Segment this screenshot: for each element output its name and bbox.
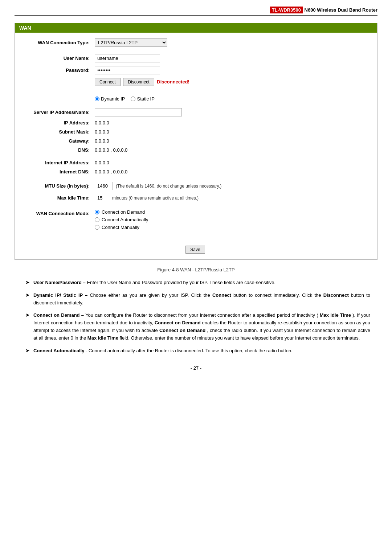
bullet-2-text-1: Choose either as you are given by your I… (90, 292, 212, 298)
page-number: - 27 - (15, 365, 377, 371)
connect-automatically-option[interactable]: Connect Automatically (95, 217, 370, 222)
wan-panel-header: WAN (15, 23, 377, 33)
connection-status: Disconnected! (157, 79, 189, 85)
model-badge: TL-WDR3500 (270, 7, 303, 13)
bullet-item-3: ➤ Connect on Demand – You can configure … (22, 312, 370, 342)
ip-type-radio-group: Dynamic IP Static IP (95, 96, 370, 102)
max-idle-row: Max Idle Time: minutes (0 means remain a… (22, 194, 370, 202)
gateway-value: 0.0.0.0 (95, 138, 370, 144)
bullet-3-max-idle2: Max Idle Time (87, 335, 118, 341)
password-input[interactable] (95, 66, 160, 74)
bullet-arrow-2: ➤ (25, 292, 30, 298)
server-ip-input[interactable] (95, 108, 182, 116)
bullet-arrow-4: ➤ (25, 348, 30, 353)
server-ip-control (95, 108, 370, 116)
max-idle-note: minutes (0 means remain active at all ti… (112, 196, 199, 201)
user-name-input[interactable] (95, 54, 160, 62)
connect-controls: Connect Disconnect Disconnected! (95, 78, 370, 86)
wan-connection-type-row: WAN Connection Type: L2TP/Russia L2TP (22, 38, 370, 47)
connect-manually-option[interactable]: Connect Manually (95, 225, 370, 230)
bullet-item-1: ➤ User Name/Password – Enter the User Na… (22, 279, 370, 287)
bullet-3-cod2: Connect on Demand (159, 328, 205, 333)
bullet-1-text: Enter the User Name and Password provide… (87, 280, 275, 285)
internet-dns-label: Internet DNS: (22, 169, 95, 175)
bullet-4-text: - Connect automatically after the Router… (86, 348, 293, 353)
max-idle-label: Max Idle Time: (22, 195, 95, 201)
dns-label: DNS: (22, 147, 95, 153)
bullet-4-bold: Connect Automatically (33, 348, 84, 353)
ip-address-label: IP Address: (22, 120, 95, 126)
bullet-2-text-2: button to connect immediately. Click the (233, 292, 323, 298)
bullet-3-cod: Connect on Demand (155, 320, 201, 325)
wan-connection-type-label: WAN Connection Type: (22, 40, 95, 45)
ip-type-control: Dynamic IP Static IP (95, 93, 370, 104)
password-label: Password: (22, 67, 95, 73)
bullet-2-connect: Connect (212, 292, 231, 298)
save-row: Save (22, 241, 370, 254)
ip-address-row: IP Address: 0.0.0.0 (22, 120, 370, 126)
bullet-text-4: Connect Automatically - Connect automati… (33, 347, 293, 355)
bullet-arrow-3: ➤ (25, 312, 30, 318)
bullet-3-bold: Connect on Demand – (33, 312, 85, 318)
bullet-arrow-1: ➤ (25, 279, 30, 285)
bullet-item-4: ➤ Connect Automatically - Connect automa… (22, 347, 370, 355)
disconnect-button[interactable]: Disconnect (123, 78, 154, 86)
static-ip-radio[interactable] (131, 97, 135, 101)
mtu-note: (The default is 1460, do not change unle… (116, 184, 221, 189)
connect-on-demand-radio[interactable] (95, 210, 99, 214)
wan-panel: WAN WAN Connection Type: L2TP/Russia L2T… (15, 23, 377, 260)
user-name-row: User Name: (22, 54, 370, 62)
max-idle-control: minutes (0 means remain active at all ti… (95, 194, 370, 202)
connect-automatically-radio[interactable] (95, 217, 99, 222)
subnet-mask-label: Subnet Mask: (22, 129, 95, 135)
wan-connection-mode-control: Connect on Demand Connect Automatically … (95, 209, 370, 230)
wan-connection-type-control: L2TP/Russia L2TP (95, 38, 370, 47)
gateway-row: Gateway: 0.0.0.0 (22, 138, 370, 144)
mtu-label: MTU Size (in bytes): (22, 183, 95, 189)
wan-panel-body: WAN Connection Type: L2TP/Russia L2TP Us… (15, 33, 377, 259)
internet-dns-row: Internet DNS: 0.0.0.0 , 0.0.0.0 (22, 169, 370, 175)
bullet-2-disconnect: Disconnect (323, 292, 349, 298)
connection-mode-options: Connect on Demand Connect Automatically … (95, 209, 370, 230)
password-control (95, 66, 370, 74)
figure-caption: Figure 4-8 WAN - L2TP/Russia L2TP (15, 267, 377, 272)
dynamic-ip-label[interactable]: Dynamic IP (95, 96, 125, 102)
internet-ip-value: 0.0.0.0 (95, 160, 370, 165)
connect-manually-radio[interactable] (95, 225, 99, 230)
gateway-label: Gateway: (22, 138, 95, 144)
ip-address-value: 0.0.0.0 (95, 120, 370, 126)
internet-dns-value: 0.0.0.0 , 0.0.0.0 (95, 169, 370, 175)
bullet-3-max-idle: Max Idle Time (320, 312, 351, 318)
internet-ip-row: Internet IP Address: 0.0.0.0 (22, 160, 370, 165)
bullet-2-bold: Dynamic IP/ Static IP – (33, 292, 90, 298)
save-button[interactable]: Save (185, 246, 205, 254)
static-ip-label[interactable]: Static IP (131, 96, 154, 102)
mtu-control: (The default is 1460, do not change unle… (95, 182, 370, 190)
body-text: ➤ User Name/Password – Enter the User Na… (15, 279, 377, 354)
bullet-text-3: Connect on Demand – You can configure th… (33, 312, 370, 342)
subnet-mask-value: 0.0.0.0 (95, 129, 370, 135)
connect-on-demand-option[interactable]: Connect on Demand (95, 209, 370, 215)
connect-row: Connect Disconnect Disconnected! (22, 78, 370, 86)
dns-value: 0.0.0.0 , 0.0.0.0 (95, 147, 370, 153)
bullet-text-2: Dynamic IP/ Static IP – Choose either as… (33, 292, 370, 307)
bullet-3-text-5: field. Otherwise, enter the number of mi… (120, 335, 360, 341)
page-header: TL-WDR3500 N600 Wireless Dual Band Route… (15, 7, 377, 16)
connect-button[interactable]: Connect (95, 78, 121, 86)
bullet-3-text-1: You can configure the Router to disconne… (85, 312, 318, 318)
user-name-label: User Name: (22, 56, 95, 61)
bullet-1-bold: User Name/Password – (33, 280, 87, 285)
subnet-mask-row: Subnet Mask: 0.0.0.0 (22, 129, 370, 135)
wan-connection-mode-row: WAN Connection Mode: Connect on Demand C… (22, 209, 370, 230)
dns-row: DNS: 0.0.0.0 , 0.0.0.0 (22, 147, 370, 153)
max-idle-input[interactable] (95, 194, 109, 202)
dynamic-ip-radio[interactable] (95, 97, 99, 101)
wan-connection-type-select[interactable]: L2TP/Russia L2TP (95, 38, 167, 47)
mtu-input[interactable] (95, 182, 113, 190)
server-ip-row: Server IP Address/Name: (22, 108, 370, 116)
mtu-row: MTU Size (in bytes): (The default is 146… (22, 182, 370, 190)
router-title: N600 Wireless Dual Band Router (305, 7, 377, 13)
bullet-item-2: ➤ Dynamic IP/ Static IP – Choose either … (22, 292, 370, 307)
bullet-text-1: User Name/Password – Enter the User Name… (33, 279, 275, 287)
password-row: Password: (22, 66, 370, 74)
